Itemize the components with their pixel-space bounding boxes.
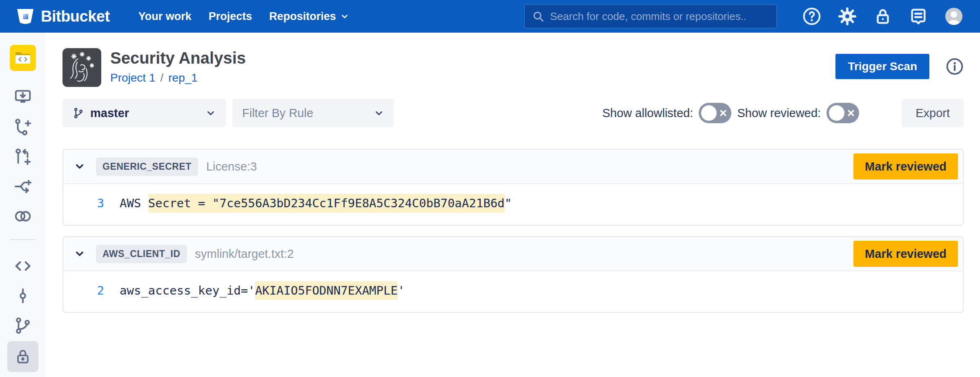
nav-projects[interactable]: Projects (209, 10, 252, 23)
repo-avatar-art (62, 48, 101, 87)
bitbucket-logo[interactable]: Bitbucket (16, 8, 110, 25)
show-allowlisted-toggle[interactable] (699, 103, 731, 123)
create-branch-icon[interactable] (13, 117, 33, 137)
finding-code-panel: 3 AWS Secret = "7ce556A3bD234Cc1Ff9E8A5C… (63, 184, 963, 225)
rule-badge: AWS_CLIENT_ID (96, 245, 187, 263)
folder-code-icon (14, 51, 31, 65)
sidebar-item-security-selected[interactable] (7, 341, 38, 372)
collapse-chevron-icon[interactable] (74, 161, 85, 172)
finding-card-header: GENERIC_SECRET License:3 Mark reviewed (63, 150, 963, 184)
branch-icon (72, 107, 85, 119)
commits-icon[interactable] (13, 286, 33, 306)
secret-highlight: AKIAIO5FODNN7EXAMPLE (255, 281, 398, 300)
bitbucket-bucket-icon (16, 8, 34, 24)
line-number[interactable]: 2 (63, 284, 104, 297)
clone-icon[interactable] (13, 87, 33, 107)
security-lock-icon (14, 348, 32, 366)
breadcrumb-separator: / (160, 71, 164, 84)
top-navigation-bar: Bitbucket Your work Projects Repositorie… (0, 0, 980, 33)
top-nav: Your work Projects Repositories (138, 10, 349, 23)
show-reviewed-toggle[interactable] (826, 103, 859, 123)
chevron-down-icon (340, 12, 349, 21)
finding-card-header: AWS_CLIENT_ID symlink/target.txt:2 Mark … (63, 237, 963, 271)
mark-reviewed-button[interactable]: Mark reviewed (853, 241, 958, 267)
show-allowlisted-label: Show allowlisted: (602, 106, 693, 120)
info-icon[interactable] (946, 58, 964, 75)
forks-icon[interactable] (13, 206, 33, 226)
code-text: AWS Secret = "7ce556A3bD234Cc1Ff9E8A5C32… (120, 196, 512, 210)
rule-filter-selector[interactable]: Filter By Rule (232, 99, 394, 127)
export-button[interactable]: Export (902, 99, 964, 127)
finding-location: License:3 (206, 160, 257, 173)
toggle-knob (829, 105, 844, 121)
chevron-down-icon (205, 108, 216, 118)
security-analysis-page: Security Analysis Project 1 / rep_1 Trig… (46, 33, 980, 313)
collapse-chevron-icon[interactable] (74, 248, 85, 259)
sidebar-divider (10, 239, 36, 240)
code-line: 3 AWS Secret = "7ce556A3bD234Cc1Ff9E8A5C… (63, 196, 963, 210)
toggle-off-x-icon (847, 109, 855, 117)
repository-sidebar (0, 33, 46, 377)
show-reviewed-label: Show reviewed: (737, 106, 821, 120)
toggle-off-x-icon (719, 109, 727, 117)
finding-card: GENERIC_SECRET License:3 Mark reviewed 3… (62, 149, 964, 226)
finding-location: symlink/target.txt:2 (195, 247, 294, 261)
source-code-icon[interactable] (13, 256, 33, 276)
branch-selector[interactable]: master (62, 99, 226, 127)
chevron-down-icon (374, 108, 384, 118)
nav-your-work[interactable]: Your work (138, 10, 192, 23)
toggle-knob (701, 105, 717, 121)
rule-filter-placeholder: Filter By Rule (242, 106, 313, 120)
breadcrumb: Project 1 / rep_1 (110, 71, 246, 84)
help-icon[interactable] (802, 7, 821, 26)
breadcrumb-project-link[interactable]: Project 1 (110, 71, 156, 84)
repository-avatar-tile[interactable] (10, 45, 36, 71)
mark-reviewed-button[interactable]: Mark reviewed (853, 153, 958, 180)
branches-icon[interactable] (13, 316, 33, 335)
code-text: aws_access_key_id='AKIAIO5FODNN7EXAMPLE' (120, 284, 405, 297)
user-avatar[interactable] (944, 7, 963, 26)
admin-lock-icon[interactable] (873, 7, 892, 26)
page-title: Security Analysis (110, 49, 246, 67)
changelog-icon[interactable] (909, 7, 928, 26)
branch-selected-value: master (90, 106, 129, 120)
trigger-scan-button[interactable]: Trigger Scan (835, 54, 929, 79)
global-search[interactable] (524, 4, 777, 29)
line-number[interactable]: 3 (63, 196, 104, 210)
settings-gear-icon[interactable] (838, 7, 857, 26)
breadcrumb-repo-link[interactable]: rep_1 (168, 71, 198, 84)
compare-icon[interactable] (13, 177, 33, 196)
search-input[interactable] (550, 10, 769, 23)
finding-code-panel: 2 aws_access_key_id='AKIAIO5FODNN7EXAMPL… (63, 271, 963, 312)
create-pull-request-icon[interactable] (13, 147, 33, 166)
filter-toolbar: master Filter By Rule Show allowlisted: … (62, 99, 964, 127)
search-icon (532, 10, 544, 22)
page-header: Security Analysis Project 1 / rep_1 Trig… (62, 48, 964, 87)
finding-card: AWS_CLIENT_ID symlink/target.txt:2 Mark … (62, 236, 964, 313)
nav-repositories[interactable]: Repositories (269, 10, 349, 23)
code-line: 2 aws_access_key_id='AKIAIO5FODNN7EXAMPL… (63, 284, 963, 297)
secret-highlight: Secret = "7ce556A3bD234Cc1Ff9E8A5C324C0b… (148, 194, 505, 213)
rule-badge: GENERIC_SECRET (96, 157, 198, 176)
brand-name: Bitbucket (41, 8, 110, 25)
topbar-actions (802, 7, 963, 26)
